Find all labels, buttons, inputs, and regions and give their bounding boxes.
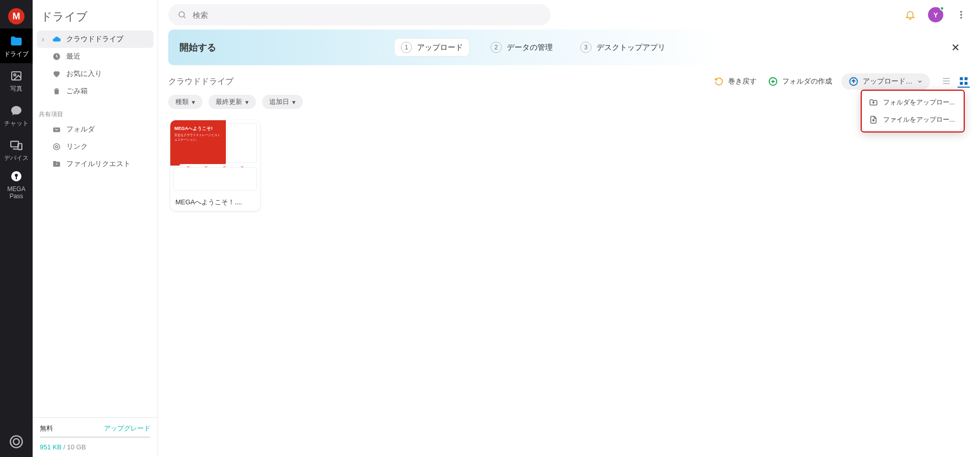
presence-dot-icon (940, 6, 944, 11)
tree-trash[interactable]: ごみ箱 (37, 83, 153, 100)
rail-achievements[interactable] (0, 426, 33, 457)
tree-shared-link[interactable]: リンク (37, 138, 153, 155)
devices-icon (9, 138, 23, 152)
rail-megapass[interactable]: MEGA Pass (0, 167, 33, 202)
rail-photos-label: 写真 (10, 85, 22, 92)
tree-recent[interactable]: 最近 (37, 48, 153, 65)
folder-upload-icon (869, 98, 878, 107)
svg-rect-6 (16, 176, 17, 179)
file-card[interactable]: MEGAへようこそ! 安全なクラウドストレージとコミュニケーション。 MEGAへ… (170, 120, 260, 211)
storage-total: 10 GB (67, 443, 86, 451)
storage-text: 951 KB / 10 GB (40, 443, 150, 451)
avatar[interactable]: Y (928, 7, 943, 22)
rewind-button[interactable]: 巻き戻す (712, 73, 759, 90)
chevron-right-icon: › (42, 35, 47, 43)
upload-button[interactable]: アップロード… (841, 73, 930, 90)
clock-icon (52, 52, 61, 61)
mega-logo[interactable]: M (0, 4, 33, 29)
step-label: アップロード (417, 43, 463, 52)
onboard-close[interactable] (948, 40, 963, 55)
tree-favorites[interactable]: お気に入り (37, 65, 153, 83)
chip-type-label: 種類 (175, 97, 189, 106)
step-number: 2 (491, 42, 502, 53)
file-grid: MEGAへようこそ! 安全なクラウドストレージとコミュニケーション。 MEGAへ… (168, 118, 970, 213)
onboard-step-upload[interactable]: 1 アップロード (395, 39, 469, 56)
rail-chat[interactable]: チャット (0, 98, 33, 132)
rail-devices-label: デバイス (4, 154, 29, 162)
search-icon (177, 10, 187, 19)
link-icon (52, 142, 61, 151)
plan-label: 無料 (40, 424, 53, 433)
rail-drive-label: ドライブ (4, 50, 29, 58)
grid-view-button[interactable] (958, 75, 970, 88)
file-caption: MEGAへようこそ！.... (170, 194, 260, 211)
grid-icon (959, 76, 969, 86)
svg-point-1 (14, 74, 16, 76)
app-rail: M ドライブ 写真 チャット デバイス MEGA Pass (0, 0, 33, 457)
new-folder-button[interactable]: フォルダの作成 (766, 73, 834, 90)
tree-file-request[interactable]: ファイルリクエスト (37, 155, 153, 173)
thumbnail: MEGAへようこそ! 安全なクラウドストレージとコミュニケーション。 (170, 120, 260, 194)
onboard-step-desktop[interactable]: 3 デスクトップアプリ (574, 39, 672, 56)
svg-point-14 (960, 14, 962, 15)
svg-rect-21 (965, 82, 968, 85)
svg-point-12 (179, 12, 185, 17)
search-box[interactable] (168, 4, 551, 25)
chevron-down-icon: ▾ (292, 98, 296, 106)
right-actions: 巻き戻す フォルダの作成 アップロード… (712, 73, 970, 90)
bell-icon (905, 9, 916, 20)
rewind-icon (714, 76, 724, 87)
tree-shared-list: フォルダ リンク ファイルリクエスト (33, 121, 158, 177)
onboard-step-manage[interactable]: 2 データの管理 (484, 39, 559, 56)
chip-type[interactable]: 種類 ▾ (168, 95, 202, 109)
rewind-label: 巻き戻す (728, 77, 757, 86)
chip-added-label: 追加日 (269, 97, 289, 106)
chip-modified[interactable]: 最終更新 ▾ (209, 95, 256, 109)
tree-cloud-drive[interactable]: › クラウドドライブ (37, 31, 153, 48)
breadcrumb: クラウドドライブ (168, 76, 234, 87)
upload-folder-label: フォルダをアップロー... (883, 98, 955, 107)
storage-footer: 無料 アップグレード 951 KB / 10 GB (33, 417, 158, 457)
rail-chat-label: チャット (4, 120, 29, 127)
actions-row: クラウドドライブ 巻き戻す フォルダの作成 アップロード… (168, 73, 970, 90)
svg-point-15 (960, 17, 962, 18)
step-number: 1 (401, 42, 412, 53)
rail-devices[interactable]: デバイス (0, 132, 33, 167)
inbox-icon (52, 159, 61, 169)
list-icon (941, 76, 951, 86)
tree-recent-label: 最近 (66, 52, 81, 61)
step-number: 3 (580, 42, 591, 53)
menu-button[interactable] (952, 6, 970, 23)
notifications-button[interactable] (901, 6, 919, 23)
view-toggle (937, 75, 970, 88)
tree-trash-label: ごみ箱 (66, 87, 88, 96)
topbar: Y (168, 0, 970, 30)
search-input[interactable] (192, 10, 541, 20)
heart-icon (52, 69, 61, 78)
globe-icon (9, 435, 23, 449)
mega-logo-icon: M (8, 8, 24, 24)
tree-panel: ドライブ › クラウドドライブ 最近 お気に入り (33, 0, 158, 457)
rail-photos[interactable]: 写真 (0, 63, 33, 98)
cloud-icon (52, 35, 61, 44)
list-view-button[interactable] (940, 75, 952, 88)
tree-shared-folder[interactable]: フォルダ (37, 121, 153, 138)
tree-shared-folder-label: フォルダ (66, 125, 95, 134)
tree-list: › クラウドドライブ 最近 お気に入り ごみ箱 (33, 26, 158, 104)
tree-file-request-label: ファイルリクエスト (66, 159, 131, 169)
chip-added[interactable]: 追加日 ▾ (262, 95, 303, 109)
upload-file-option[interactable]: ファイルをアップロー... (862, 111, 964, 128)
svg-point-8 (13, 439, 19, 445)
rail-drive[interactable]: ドライブ (0, 29, 33, 63)
upload-folder-option[interactable]: フォルダをアップロー... (862, 94, 964, 111)
filter-chips: 種類 ▾ 最終更新 ▾ 追加日 ▾ (168, 95, 970, 109)
chevron-down-icon: ▾ (245, 98, 249, 106)
tree-shared-link-label: リンク (66, 142, 88, 151)
upgrade-link[interactable]: アップグレード (104, 424, 150, 433)
svg-rect-2 (11, 141, 18, 147)
tree-header: ドライブ (33, 0, 158, 26)
upload-file-label: ファイルをアップロー... (883, 115, 955, 124)
svg-rect-10 (53, 127, 60, 132)
plus-circle-icon (768, 76, 778, 87)
svg-rect-20 (960, 82, 963, 85)
